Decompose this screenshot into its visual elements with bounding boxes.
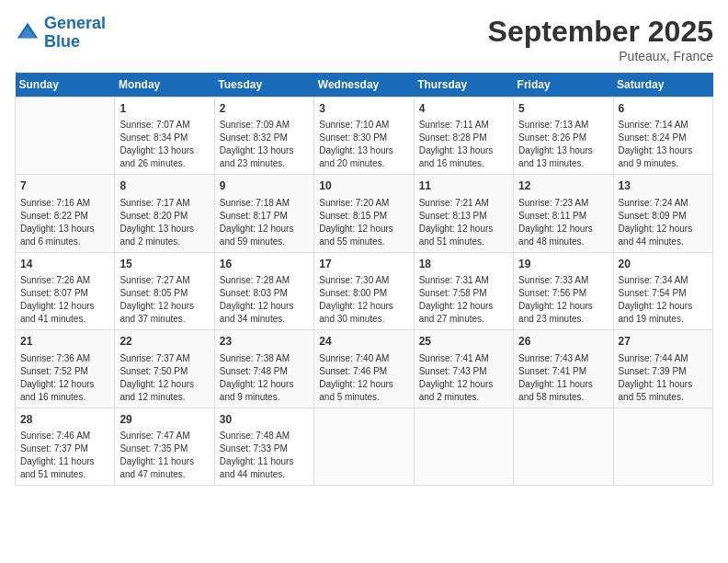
day-info: Sunrise: 7:40 AM Sunset: 7:46 PM Dayligh… xyxy=(319,352,408,404)
day-number: 18 xyxy=(419,257,508,272)
column-header-friday: Friday xyxy=(514,73,613,98)
day-info: Sunrise: 7:11 AM Sunset: 8:28 PM Dayligh… xyxy=(419,119,508,170)
day-number: 17 xyxy=(319,257,408,272)
month-title: September 2025 xyxy=(488,15,713,49)
day-info: Sunrise: 7:13 AM Sunset: 8:26 PM Dayligh… xyxy=(518,119,608,170)
day-info: Sunrise: 7:31 AM Sunset: 7:58 PM Dayligh… xyxy=(419,274,508,326)
day-cell xyxy=(16,98,115,175)
column-header-monday: Monday xyxy=(115,73,214,98)
day-cell: 1Sunrise: 7:07 AM Sunset: 8:34 PM Daylig… xyxy=(115,98,214,175)
day-cell: 16Sunrise: 7:28 AM Sunset: 8:03 PM Dayli… xyxy=(214,252,313,329)
day-cell: 19Sunrise: 7:33 AM Sunset: 7:56 PM Dayli… xyxy=(514,252,613,329)
day-number: 8 xyxy=(119,178,209,194)
day-cell: 13Sunrise: 7:24 AM Sunset: 8:09 PM Dayli… xyxy=(613,175,712,252)
day-info: Sunrise: 7:26 AM Sunset: 8:07 PM Dayligh… xyxy=(20,274,109,326)
day-cell: 4Sunrise: 7:11 AM Sunset: 8:28 PM Daylig… xyxy=(414,98,513,175)
day-cell: 10Sunrise: 7:20 AM Sunset: 8:15 PM Dayli… xyxy=(314,175,414,252)
day-number: 11 xyxy=(419,178,508,194)
day-cell: 14Sunrise: 7:26 AM Sunset: 8:07 PM Dayli… xyxy=(16,252,115,329)
week-row-1: 1Sunrise: 7:07 AM Sunset: 8:34 PM Daylig… xyxy=(16,98,713,175)
day-cell: 2Sunrise: 7:09 AM Sunset: 8:32 PM Daylig… xyxy=(214,98,313,175)
day-info: Sunrise: 7:46 AM Sunset: 7:37 PM Dayligh… xyxy=(20,430,109,481)
day-cell: 15Sunrise: 7:27 AM Sunset: 8:05 PM Dayli… xyxy=(115,252,214,329)
day-info: Sunrise: 7:28 AM Sunset: 8:03 PM Dayligh… xyxy=(220,274,309,326)
day-cell: 21Sunrise: 7:36 AM Sunset: 7:52 PM Dayli… xyxy=(16,330,115,408)
day-number: 1 xyxy=(119,101,209,117)
day-info: Sunrise: 7:09 AM Sunset: 8:32 PM Dayligh… xyxy=(220,119,309,170)
day-number: 27 xyxy=(619,334,708,350)
week-row-5: 28Sunrise: 7:46 AM Sunset: 7:37 PM Dayli… xyxy=(16,408,713,485)
day-cell: 24Sunrise: 7:40 AM Sunset: 7:46 PM Dayli… xyxy=(314,330,414,408)
day-info: Sunrise: 7:47 AM Sunset: 7:35 PM Dayligh… xyxy=(119,430,209,481)
day-cell: 12Sunrise: 7:23 AM Sunset: 8:11 PM Dayli… xyxy=(514,175,613,252)
day-cell: 22Sunrise: 7:37 AM Sunset: 7:50 PM Dayli… xyxy=(115,330,214,408)
day-cell: 28Sunrise: 7:46 AM Sunset: 7:37 PM Dayli… xyxy=(16,408,115,485)
logo-text: General Blue xyxy=(44,15,106,52)
day-cell: 6Sunrise: 7:14 AM Sunset: 8:24 PM Daylig… xyxy=(613,98,712,175)
day-number: 7 xyxy=(20,178,109,194)
calendar-table: SundayMondayTuesdayWednesdayThursdayFrid… xyxy=(15,73,713,486)
day-cell: 3Sunrise: 7:10 AM Sunset: 8:30 PM Daylig… xyxy=(314,98,414,175)
column-header-wednesday: Wednesday xyxy=(314,73,414,98)
day-info: Sunrise: 7:30 AM Sunset: 8:00 PM Dayligh… xyxy=(319,274,408,326)
day-number: 13 xyxy=(619,178,708,194)
day-cell: 9Sunrise: 7:18 AM Sunset: 8:17 PM Daylig… xyxy=(214,175,313,252)
column-header-tuesday: Tuesday xyxy=(214,73,313,98)
column-header-saturday: Saturday xyxy=(613,73,712,98)
day-cell: 8Sunrise: 7:17 AM Sunset: 8:20 PM Daylig… xyxy=(115,175,214,252)
logo-icon xyxy=(15,20,40,46)
day-number: 5 xyxy=(518,101,608,117)
day-number: 28 xyxy=(20,412,109,428)
day-cell: 18Sunrise: 7:31 AM Sunset: 7:58 PM Dayli… xyxy=(414,252,513,329)
day-number: 9 xyxy=(220,178,309,194)
day-info: Sunrise: 7:43 AM Sunset: 7:41 PM Dayligh… xyxy=(518,352,608,404)
day-cell: 17Sunrise: 7:30 AM Sunset: 8:00 PM Dayli… xyxy=(314,252,414,329)
day-info: Sunrise: 7:20 AM Sunset: 8:15 PM Dayligh… xyxy=(319,197,408,248)
day-number: 23 xyxy=(220,334,309,350)
day-info: Sunrise: 7:14 AM Sunset: 8:24 PM Dayligh… xyxy=(619,119,708,170)
day-info: Sunrise: 7:27 AM Sunset: 8:05 PM Dayligh… xyxy=(119,274,209,326)
day-number: 22 xyxy=(119,334,209,350)
day-number: 30 xyxy=(220,412,309,428)
day-info: Sunrise: 7:07 AM Sunset: 8:34 PM Dayligh… xyxy=(119,119,209,170)
day-info: Sunrise: 7:41 AM Sunset: 7:43 PM Dayligh… xyxy=(419,352,508,404)
day-info: Sunrise: 7:10 AM Sunset: 8:30 PM Dayligh… xyxy=(319,119,408,170)
day-cell: 29Sunrise: 7:47 AM Sunset: 7:35 PM Dayli… xyxy=(115,408,214,485)
day-number: 26 xyxy=(518,334,608,350)
day-cell: 7Sunrise: 7:16 AM Sunset: 8:22 PM Daylig… xyxy=(16,175,115,252)
day-number: 6 xyxy=(619,101,708,117)
day-number: 25 xyxy=(419,334,508,350)
logo-line2: Blue xyxy=(44,32,80,51)
day-cell xyxy=(314,408,414,485)
day-number: 15 xyxy=(119,257,209,272)
day-info: Sunrise: 7:34 AM Sunset: 7:54 PM Dayligh… xyxy=(619,274,708,326)
day-number: 4 xyxy=(419,101,508,117)
day-cell xyxy=(613,408,712,485)
day-info: Sunrise: 7:37 AM Sunset: 7:50 PM Dayligh… xyxy=(119,352,209,404)
day-info: Sunrise: 7:18 AM Sunset: 8:17 PM Dayligh… xyxy=(220,197,309,248)
header-row: SundayMondayTuesdayWednesdayThursdayFrid… xyxy=(16,73,713,98)
day-number: 14 xyxy=(20,257,109,272)
day-cell: 5Sunrise: 7:13 AM Sunset: 8:26 PM Daylig… xyxy=(514,98,613,175)
title-block: September 2025 Puteaux, France xyxy=(488,15,713,63)
day-number: 12 xyxy=(518,178,608,194)
day-number: 19 xyxy=(518,257,608,272)
day-cell xyxy=(414,408,513,485)
week-row-4: 21Sunrise: 7:36 AM Sunset: 7:52 PM Dayli… xyxy=(16,330,713,408)
page-header: General Blue September 2025 Puteaux, Fra… xyxy=(15,15,713,63)
day-number: 20 xyxy=(619,257,708,272)
week-row-2: 7Sunrise: 7:16 AM Sunset: 8:22 PM Daylig… xyxy=(16,175,713,252)
day-number: 10 xyxy=(319,178,408,194)
day-cell: 26Sunrise: 7:43 AM Sunset: 7:41 PM Dayli… xyxy=(514,330,613,408)
week-row-3: 14Sunrise: 7:26 AM Sunset: 8:07 PM Dayli… xyxy=(16,252,713,329)
day-number: 21 xyxy=(20,334,109,350)
location: Puteaux, France xyxy=(488,49,713,63)
day-info: Sunrise: 7:33 AM Sunset: 7:56 PM Dayligh… xyxy=(518,274,608,326)
day-info: Sunrise: 7:36 AM Sunset: 7:52 PM Dayligh… xyxy=(20,352,109,404)
day-info: Sunrise: 7:48 AM Sunset: 7:33 PM Dayligh… xyxy=(220,430,309,481)
day-number: 2 xyxy=(220,101,309,117)
logo: General Blue xyxy=(15,15,106,52)
day-info: Sunrise: 7:21 AM Sunset: 8:13 PM Dayligh… xyxy=(419,197,508,248)
day-cell xyxy=(514,408,613,485)
day-cell: 23Sunrise: 7:38 AM Sunset: 7:48 PM Dayli… xyxy=(214,330,313,408)
